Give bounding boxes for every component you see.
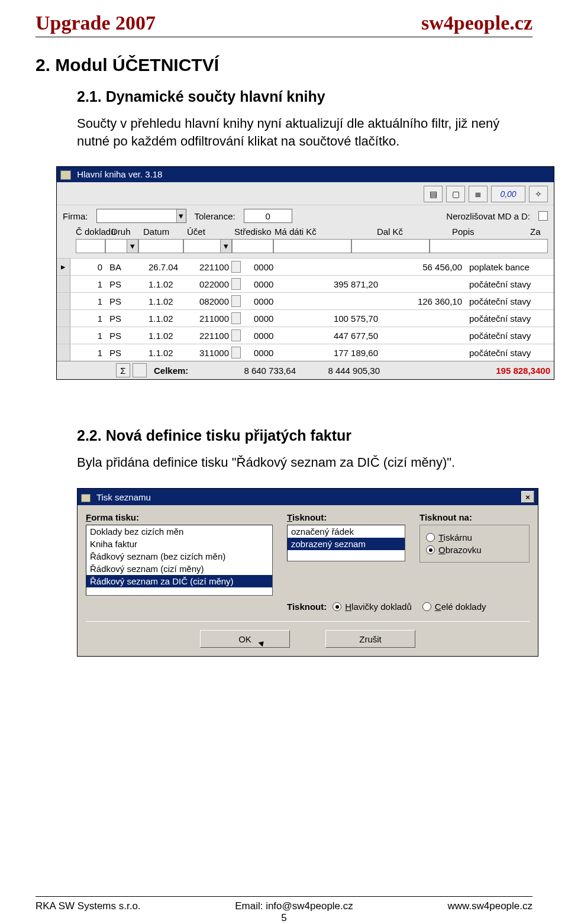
toolbar: ▤ ▢ ≣ 0,00 ✧ xyxy=(57,182,554,205)
list-item[interactable]: Řádkový seznam (cizí měny) xyxy=(86,563,272,575)
sum-button-2[interactable] xyxy=(133,363,147,377)
total-md: 8 640 733,64 xyxy=(201,366,299,376)
ok-button[interactable]: OK xyxy=(200,630,290,648)
section-2-1-body: Součty v přehledu hlavní knihy nyní aktu… xyxy=(77,115,532,150)
chevron-down-icon[interactable] xyxy=(231,295,241,307)
forma-tisku-listbox[interactable]: Doklady bez cizích měnKniha fakturŘádkov… xyxy=(86,525,273,596)
col-stredisko: Středisko xyxy=(234,227,275,237)
toolbar-btn-4[interactable]: ✧ xyxy=(529,186,548,202)
list-item[interactable]: Doklady bez cizích měn xyxy=(86,525,272,538)
cancel-button[interactable]: Zrušit xyxy=(325,630,415,648)
cell-c: 1 xyxy=(70,314,106,324)
filter-c[interactable] xyxy=(76,239,105,253)
radio-icon xyxy=(333,602,341,611)
col-druh: Druh xyxy=(104,227,143,237)
filter-datum[interactable] xyxy=(138,239,183,253)
close-button[interactable]: × xyxy=(521,491,534,503)
sum-button[interactable]: Σ xyxy=(116,363,130,377)
list-item[interactable]: Kniha faktur xyxy=(86,538,272,550)
cell-md: 100 575,70 xyxy=(298,314,382,324)
cell-ucet: 082000 xyxy=(196,295,250,307)
filter-dal[interactable] xyxy=(351,239,430,253)
footer-mid: Email: info@sw4people.cz xyxy=(235,900,353,912)
section-2-2-title: 2.2. Nová definice tisku přijatých faktu… xyxy=(77,427,532,444)
total-dal: 8 444 905,30 xyxy=(299,366,383,376)
radio-option[interactable]: Tiskárnu xyxy=(426,532,523,542)
nerozlisovat-label: Nerozlišovat MD a D: xyxy=(446,211,530,221)
radio-icon xyxy=(422,602,431,611)
toolbar-btn-2[interactable]: ▢ xyxy=(446,186,465,202)
radio-option[interactable]: Obrazovku xyxy=(426,545,523,555)
page-footer: RKA SW Systems s.r.o. Email: info@sw4peo… xyxy=(36,896,532,912)
cell-c: 1 xyxy=(70,279,106,289)
cell-popis: počáteční stavy xyxy=(466,314,554,324)
cell-datum: 26.7.04 xyxy=(145,262,196,272)
list-icon: ≣ xyxy=(475,189,482,199)
tisknout2-label: Tisknout: xyxy=(287,602,327,612)
chevron-down-icon: ▾ xyxy=(127,240,138,253)
list-item[interactable]: označený řádek xyxy=(288,525,405,538)
toolbar-btn-3[interactable]: ≣ xyxy=(469,186,488,202)
cell-md: 395 871,20 xyxy=(298,279,382,289)
table-row[interactable]: 1PS1.1.022211000000447 677,50počáteční s… xyxy=(57,327,554,344)
section-2-title: 2. Modul ÚČETNICTVÍ xyxy=(36,55,532,75)
cell-popis: počáteční stavy xyxy=(466,279,554,289)
cell-druh: BA xyxy=(106,262,145,272)
window-title-bar: Hlavní kniha ver. 3.18 xyxy=(57,167,554,182)
tisknout-row2: Tisknout: Hlavičky dokladůCelé doklady xyxy=(287,602,530,612)
cell-datum: 1.1.02 xyxy=(145,348,196,358)
table-row[interactable]: ▸0BA26.7.04221100000056 456,00poplatek b… xyxy=(57,258,554,275)
tolerance-input[interactable] xyxy=(244,210,292,222)
filter-druh[interactable]: ▾ xyxy=(105,239,138,253)
radio-icon xyxy=(426,533,435,542)
tisknout-label: Tisknout: xyxy=(287,512,405,522)
tisknout-na-group: TiskárnuObrazovku xyxy=(419,525,530,563)
calc-icon: ▤ xyxy=(430,189,437,199)
toolbar-zero-display: 0,00 xyxy=(491,186,525,202)
table-row[interactable]: 1PS1.1.020220000000395 871,20počáteční s… xyxy=(57,275,554,292)
radio-option[interactable]: Hlavičky dokladů xyxy=(333,602,412,612)
list-item[interactable]: Řádkový seznam (bez cizích měn) xyxy=(86,550,272,563)
total-diff: 195 828,3400 xyxy=(383,366,554,376)
table-row[interactable]: 1PS1.1.023110000000177 189,60počáteční s… xyxy=(57,344,554,361)
chevron-down-icon[interactable] xyxy=(231,329,241,341)
filter-stredisko[interactable] xyxy=(232,239,273,253)
cell-popis: počáteční stavy xyxy=(466,331,554,341)
toolbar-btn-1[interactable]: ▤ xyxy=(424,186,443,202)
col-datum: Datum xyxy=(143,227,187,237)
cell-dal: 126 360,10 xyxy=(382,296,466,306)
filter-md[interactable] xyxy=(273,239,351,253)
col-za: Za xyxy=(530,227,548,237)
col-c: Č dokladu xyxy=(76,227,104,237)
cell-md: 177 189,60 xyxy=(298,348,382,358)
cell-druh: PS xyxy=(106,348,145,358)
chevron-down-icon: ▾ xyxy=(220,240,231,253)
totals-row: Σ Celkem: 8 640 733,64 8 444 905,30 195 … xyxy=(57,361,554,379)
cell-c: 0 xyxy=(70,262,106,272)
table-row[interactable]: 1PS1.1.022110000000100 575,70počáteční s… xyxy=(57,309,554,327)
firma-dropdown[interactable]: ▾ xyxy=(96,209,186,223)
column-headers: Č dokladu Druh Datum Účet Středisko Má d… xyxy=(57,224,554,238)
nerozlisovat-checkbox[interactable] xyxy=(538,211,548,221)
chevron-down-icon[interactable] xyxy=(231,347,241,358)
data-grid: ▸0BA26.7.04221100000056 456,00poplatek b… xyxy=(57,258,554,361)
list-item[interactable]: Řádkový seznam za DIČ (cizí měny) xyxy=(86,575,272,587)
firma-input[interactable] xyxy=(97,210,176,222)
misc-icon: ✧ xyxy=(535,189,542,199)
tisknout-listbox[interactable]: označený řádekzobrazený seznam xyxy=(287,525,405,561)
chevron-down-icon[interactable] xyxy=(231,278,241,290)
cell-datum: 1.1.02 xyxy=(145,314,196,324)
page-header: Upgrade 2007 sw4people.cz xyxy=(36,12,532,37)
tolerance-field[interactable] xyxy=(244,209,292,223)
radio-option[interactable]: Celé doklady xyxy=(422,602,486,612)
row-marker xyxy=(57,293,70,309)
table-row[interactable]: 1PS1.1.020820000000126 360,10počáteční s… xyxy=(57,292,554,309)
cell-druh: PS xyxy=(106,279,145,289)
list-item[interactable]: zobrazený seznam xyxy=(288,538,405,550)
chevron-down-icon[interactable] xyxy=(231,261,241,273)
section-2-1-title: 2.1. Dynamické součty hlavní knihy xyxy=(77,88,532,105)
filter-popis[interactable] xyxy=(430,239,548,253)
firma-label: Firma: xyxy=(63,211,88,221)
chevron-down-icon[interactable] xyxy=(231,312,241,324)
filter-ucet[interactable]: ▾ xyxy=(183,239,232,253)
